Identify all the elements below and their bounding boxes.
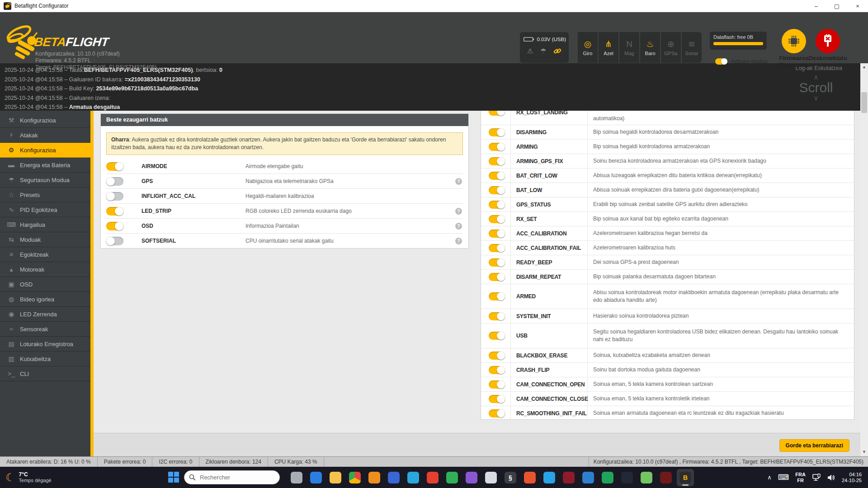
chevron-down-icon: ∨	[789, 95, 843, 101]
tray-chevron-icon[interactable]: ∧	[767, 474, 772, 481]
taskbar-app-icon[interactable]	[366, 469, 383, 486]
taskbar-app-icon[interactable]	[288, 469, 305, 486]
help-icon[interactable]: ?	[455, 208, 462, 215]
sidebar-item[interactable]: >_ CLI	[0, 366, 90, 381]
beeper-row: DISARMING Bip soinua hegaldi kontrolador…	[481, 125, 854, 140]
taskbar-app-icon[interactable]	[618, 469, 636, 486]
beeper-toggle[interactable]	[489, 172, 505, 180]
scrollbar-up-arrow[interactable]: ▲	[860, 63, 868, 70]
feature-toggle[interactable]	[106, 237, 123, 245]
beeper-toggle[interactable]	[489, 215, 505, 223]
taskbar-app-icon[interactable]	[580, 469, 597, 486]
sidebar-item[interactable]: ⚒ Konfigurazioa	[0, 113, 90, 128]
taskbar-app-icon[interactable]: B	[677, 469, 694, 486]
sidebar-item[interactable]: ▥ Kutxabeltza	[0, 352, 90, 366]
taskbar-app-icon[interactable]	[424, 469, 441, 486]
close-button[interactable]: ×	[847, 0, 868, 12]
taskbar-search[interactable]	[184, 470, 280, 484]
sidebar-item[interactable]: ▬ Energia eta Bateria	[0, 158, 90, 173]
sidebar-item-label: Egokitzeak	[20, 251, 49, 258]
taskbar-app-icon[interactable]	[327, 469, 344, 486]
scrollbar-down-arrow[interactable]: ▼	[860, 448, 868, 455]
taskbar-app-icon[interactable]	[346, 469, 363, 486]
beeper-toggle[interactable]	[489, 409, 505, 418]
beeper-description: Bip soinuak palanka desarmatuta dagoen b…	[588, 270, 854, 284]
taskbar-app-icon[interactable]	[443, 469, 461, 486]
sidebar-item[interactable]: ⇆ Moduak	[0, 232, 90, 247]
beeper-toggle[interactable]	[489, 186, 505, 194]
dataflash-usage-bar	[713, 42, 763, 45]
beeper-name: CAM_CONNECTION_CLOSE	[511, 392, 588, 406]
taskbar-app-icon[interactable]	[385, 469, 402, 486]
help-icon[interactable]: ?	[455, 178, 462, 185]
feature-toggle[interactable]	[106, 192, 123, 201]
scrollbar-thumb[interactable]	[861, 92, 867, 113]
tray-clock[interactable]: 04:16 24-10-25	[842, 472, 862, 483]
beeper-toggle[interactable]	[489, 332, 505, 340]
beeper-toggle[interactable]	[489, 366, 505, 374]
beeper-toggle[interactable]	[489, 395, 505, 403]
beeper-toggle[interactable]	[489, 273, 505, 281]
feature-toggle[interactable]	[106, 222, 123, 230]
beeper-toggle[interactable]	[489, 312, 505, 320]
help-icon[interactable]: ?	[455, 238, 462, 244]
taskbar-app-icon[interactable]: §	[502, 469, 519, 486]
sidebar-item[interactable]: ◉ LED Zerrenda	[0, 307, 90, 322]
sidebar-item[interactable]: ▴ Motoreak	[0, 262, 90, 277]
taskbar-app-icon[interactable]	[463, 469, 480, 486]
feature-toggle[interactable]	[106, 177, 123, 186]
search-input[interactable]	[199, 474, 269, 481]
sidebar-item[interactable]: ≡ Egokitzeak	[0, 247, 90, 262]
taskbar-app-icon[interactable]	[482, 469, 500, 486]
sidebar-item[interactable]: ▤ Loturako Erregistroa	[0, 337, 90, 352]
expert-mode-toggle[interactable]	[715, 58, 727, 65]
sidebar-item[interactable]: ☆ Presets	[0, 188, 90, 202]
beeper-toggle[interactable]	[489, 143, 505, 151]
sidebar-item[interactable]: ◍ Bideo igorlea	[0, 292, 90, 307]
start-button[interactable]	[168, 472, 179, 483]
beeper-toggle[interactable]	[489, 128, 505, 136]
taskbar-app-icon[interactable]	[541, 469, 558, 486]
minimize-button[interactable]: –	[806, 0, 826, 12]
disconnect-button[interactable]	[816, 29, 840, 53]
beeper-toggle[interactable]	[489, 292, 505, 300]
taskbar-app-icon[interactable]	[638, 469, 655, 486]
taskbar-weather-widget[interactable]: ☾ 7°C Temps dégagé	[0, 471, 105, 483]
sidebar-item[interactable]: ▣ OSD	[0, 277, 90, 292]
network-icon[interactable]	[812, 474, 821, 482]
beeper-toggle[interactable]	[489, 157, 505, 165]
beeper-toggle[interactable]	[489, 201, 505, 209]
log-scroll-indicator[interactable]: ∧ Scroll ∨	[789, 74, 843, 101]
sidebar-item[interactable]: ∿ PID Egokitzea	[0, 202, 90, 217]
beeper-toggle[interactable]	[489, 244, 505, 252]
sidebar-item[interactable]: ☂ Segurtasun Modua	[0, 173, 90, 188]
sidebar-item[interactable]: ⌨ Hargailua	[0, 217, 90, 232]
sidebar-item-icon: ◍	[7, 296, 16, 303]
taskbar-app-icon[interactable]	[657, 469, 675, 486]
vertical-scrollbar[interactable]: ▲ ▼	[860, 63, 868, 455]
beeper-description: Abisu soinua kontroladoreak motor inakti…	[588, 284, 854, 309]
volume-icon[interactable]	[827, 474, 835, 481]
taskbar-app-icon[interactable]	[307, 469, 325, 486]
taskbar-app-icon[interactable]	[405, 469, 422, 486]
maximize-button[interactable]: ▢	[826, 0, 847, 12]
taskbar-app-icon[interactable]	[560, 469, 577, 486]
beeper-toggle[interactable]	[489, 380, 505, 389]
sidebar-item[interactable]: ⚙ Konfigurazioa	[0, 143, 90, 158]
firmware-flasher-button[interactable]	[782, 29, 806, 53]
help-icon[interactable]: ?	[455, 223, 462, 230]
feature-toggle[interactable]	[106, 162, 123, 171]
keyboard-icon[interactable]: ⌨	[778, 473, 789, 482]
language-indicator[interactable]: FRA FR	[795, 472, 806, 483]
feature-toggle[interactable]	[106, 207, 123, 216]
disconnect-label[interactable]: Deskonektatu	[803, 55, 853, 61]
beeper-toggle[interactable]	[489, 352, 505, 360]
save-and-reboot-button[interactable]: Gorde eta berrabiarazi	[779, 439, 849, 452]
sidebar-item[interactable]: ≈ Sensoreak	[0, 322, 90, 337]
sidebar-item[interactable]: ⚡ Atakak	[0, 128, 90, 143]
taskbar-app-icon[interactable]	[521, 469, 538, 486]
beeper-toggle[interactable]	[489, 230, 505, 238]
beeper-toggle[interactable]	[489, 258, 505, 267]
taskbar-app-icon[interactable]	[599, 469, 616, 486]
window-titlebar: Betaflight Configurator – ▢ ×	[0, 0, 868, 12]
